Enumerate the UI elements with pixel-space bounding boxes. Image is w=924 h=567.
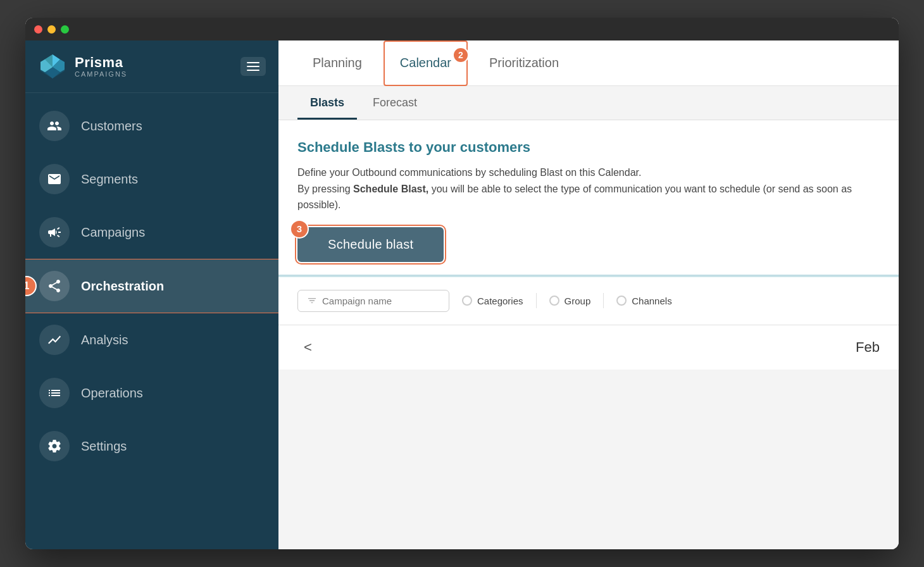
titlebar xyxy=(25,18,899,40)
campaigns-icon xyxy=(39,217,70,247)
sub-tab-blasts[interactable]: Blasts xyxy=(297,86,357,120)
filter-group[interactable]: Group xyxy=(549,296,591,306)
sidebar-item-orchestration[interactable]: 1 Orchestration xyxy=(25,259,278,313)
desc-line2: By pressing xyxy=(297,184,353,194)
channels-label: Channels xyxy=(632,296,671,306)
analysis-icon xyxy=(39,325,70,355)
logo-icon xyxy=(38,52,67,81)
logo-text: Prisma CAMPAIGNS xyxy=(75,55,127,78)
schedule-btn-wrap: 3 Schedule blast xyxy=(297,227,444,262)
hamburger-button[interactable] xyxy=(240,57,266,76)
sidebar-item-operations[interactable]: Operations xyxy=(25,366,278,420)
sidebar-item-analysis[interactable]: Analysis xyxy=(25,313,278,366)
calendar-month-label: Feb xyxy=(856,339,880,356)
sub-tab-forecast-label: Forecast xyxy=(373,96,417,109)
top-tabs: Planning Calendar 2 Prioritization xyxy=(278,40,899,86)
maximize-button[interactable] xyxy=(61,25,69,34)
main-content: Planning Calendar 2 Prioritization Blast… xyxy=(278,40,899,549)
orchestration-icon xyxy=(39,271,70,301)
logo-subtitle: CAMPAIGNS xyxy=(75,70,127,78)
minimize-button[interactable] xyxy=(47,25,56,34)
settings-label: Settings xyxy=(81,439,127,454)
filter-categories[interactable]: Categories xyxy=(462,296,523,306)
calendar-bar: < Feb xyxy=(278,325,899,370)
app-body: Prisma CAMPAIGNS Customers xyxy=(25,40,899,549)
tab-prioritization[interactable]: Prioritization xyxy=(474,40,574,86)
tab-planning-label: Planning xyxy=(313,56,362,70)
app-window: Prisma CAMPAIGNS Customers xyxy=(25,18,899,549)
categories-radio xyxy=(462,296,472,306)
desc-line1: Define your Outbound communications by s… xyxy=(297,167,641,178)
desc-bold: Schedule Blast, xyxy=(353,184,428,194)
schedule-blast-button[interactable]: Schedule blast xyxy=(297,227,444,262)
sidebar-item-settings[interactable]: Settings xyxy=(25,420,278,473)
operations-label: Operations xyxy=(81,386,143,401)
operations-icon xyxy=(39,378,70,408)
filter-divider-2 xyxy=(603,293,604,308)
schedule-title: Schedule Blasts to your customers xyxy=(297,139,880,156)
step-badge-2: 2 xyxy=(453,47,469,63)
campaign-search-input[interactable] xyxy=(322,296,440,306)
group-label: Group xyxy=(565,296,591,306)
tab-prioritization-label: Prioritization xyxy=(489,56,559,70)
titlebar-buttons xyxy=(34,25,69,34)
tab-planning[interactable]: Planning xyxy=(297,40,377,86)
search-input-wrap[interactable] xyxy=(297,290,449,312)
sidebar-logo: Prisma CAMPAIGNS xyxy=(38,52,127,81)
filter-bar: Categories Group Channels xyxy=(278,277,899,325)
schedule-section: Schedule Blasts to your customers Define… xyxy=(278,120,899,275)
sidebar-item-campaigns[interactable]: Campaigns xyxy=(25,206,278,259)
step-badge-1: 1 xyxy=(25,276,37,296)
hamburger-line-2 xyxy=(247,66,259,67)
sidebar-nav: Customers Segments Campaigns xyxy=(25,93,278,549)
segments-label: Segments xyxy=(81,172,138,187)
sub-tabs: Blasts Forecast xyxy=(278,86,899,120)
analysis-label: Analysis xyxy=(81,333,128,347)
filter-icon xyxy=(307,296,317,306)
sidebar: Prisma CAMPAIGNS Customers xyxy=(25,40,278,549)
content-area: Blasts Forecast Schedule Blasts to your … xyxy=(278,86,899,549)
sub-tab-blasts-label: Blasts xyxy=(310,96,344,109)
sub-tab-forecast[interactable]: Forecast xyxy=(360,86,430,120)
campaigns-label: Campaigns xyxy=(81,225,145,240)
logo-title: Prisma xyxy=(75,55,127,70)
hamburger-line-3 xyxy=(247,70,259,71)
settings-icon xyxy=(39,431,70,461)
calendar-prev-button[interactable]: < xyxy=(297,337,318,358)
sidebar-header: Prisma CAMPAIGNS xyxy=(25,40,278,93)
tab-calendar-label: Calendar xyxy=(400,56,451,70)
hamburger-line-1 xyxy=(247,62,259,63)
schedule-desc: Define your Outbound communications by s… xyxy=(297,165,880,213)
group-radio xyxy=(549,296,559,306)
channels-radio xyxy=(616,296,627,306)
close-button[interactable] xyxy=(34,25,42,34)
sidebar-item-customers[interactable]: Customers xyxy=(25,99,278,153)
filter-channels[interactable]: Channels xyxy=(616,296,671,306)
sidebar-item-segments[interactable]: Segments xyxy=(25,153,278,206)
customers-icon xyxy=(39,111,70,141)
tab-calendar[interactable]: Calendar 2 xyxy=(384,40,468,86)
customers-label: Customers xyxy=(81,119,142,134)
filter-divider-1 xyxy=(536,293,537,308)
segments-icon xyxy=(39,164,70,194)
step-badge-3: 3 xyxy=(290,220,309,239)
orchestration-label: Orchestration xyxy=(81,279,164,294)
categories-label: Categories xyxy=(477,296,523,306)
